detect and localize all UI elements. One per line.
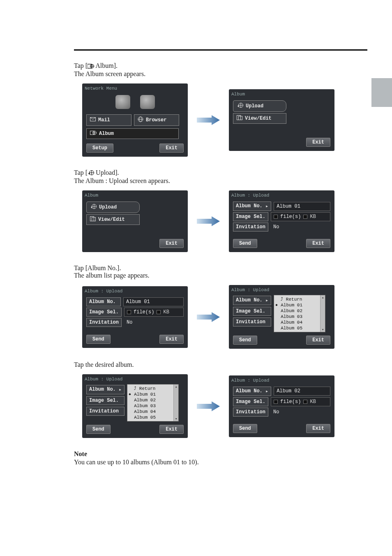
image-sel-button[interactable]: Image Sel. (233, 397, 268, 406)
invitation-button[interactable]: Invitation (86, 407, 125, 416)
list-item[interactable]: Album 05 (127, 415, 178, 420)
image-sel-button[interactable]: Image Sel. (233, 212, 268, 221)
image-sel-button[interactable]: Image Sel. (86, 396, 125, 405)
browser-button[interactable]: Browser (134, 114, 179, 126)
scrollbar[interactable]: ▴▾ (320, 295, 325, 332)
exit-button[interactable]: Exit (159, 425, 184, 434)
send-button[interactable]: Send (233, 424, 257, 433)
album-no-value: Album 01 (123, 297, 184, 306)
album-no-value: Album 02 (274, 387, 330, 396)
send-button[interactable]: Send (233, 336, 257, 345)
kb-label: KB (163, 309, 169, 315)
album-no-button[interactable]: Album No. ▸ (233, 387, 271, 396)
album-upload-screen-3: Album : Upload Album No. ▸ Album 02 Imag… (229, 375, 334, 437)
files-label: file(s) (134, 309, 154, 315)
step-3-block: Tap [Album No.]. The album list page app… (74, 264, 367, 279)
list-item[interactable]: Album 02 (274, 308, 325, 314)
exit-button[interactable]: Exit (306, 239, 330, 248)
list-item[interactable]: Album 01 (127, 392, 178, 397)
step-1-desc: The Album screen appears. (74, 70, 367, 78)
count-box-icon (127, 310, 131, 314)
svg-marker-28 (197, 401, 220, 411)
arrow-icon (196, 114, 221, 126)
album-no-button[interactable]: Album No. ▸ (233, 202, 271, 211)
list-item[interactable]: Album 03 (127, 403, 178, 409)
screen-title: Album : Upload (231, 378, 332, 383)
album-no-button[interactable]: Album No. (86, 297, 121, 306)
list-item[interactable]: Album 04 (127, 409, 178, 415)
count-box-icon (274, 400, 278, 404)
note-text: You can use up to 10 albums (Album 01 to… (74, 459, 367, 466)
invitation-button[interactable]: Invitation (86, 318, 122, 327)
invitation-value: No (271, 223, 281, 231)
invitation-value: No (271, 408, 281, 416)
side-tab (371, 78, 392, 107)
exit-button[interactable]: Exit (306, 336, 330, 345)
dropdown-return[interactable]: ⤴ Return (274, 296, 325, 302)
size-box-icon (157, 310, 161, 314)
exit-button[interactable]: Exit (159, 335, 184, 344)
send-button[interactable]: Send (86, 335, 111, 344)
list-item[interactable]: Album 02 (127, 397, 178, 403)
viewedit-menu-item[interactable]: View/Edit (86, 214, 140, 225)
invitation-button[interactable]: Invitation (233, 222, 268, 232)
album-button-selected[interactable]: Album (86, 128, 179, 139)
album-icon (88, 63, 94, 70)
count-box-icon (274, 215, 278, 219)
list-item[interactable]: Album 03 (274, 314, 325, 320)
album-upload-screen-2: Album : Upload Album No. Album 01 Image … (82, 286, 188, 348)
screen-title: Album : Upload (231, 287, 332, 292)
upload-menu-item[interactable]: Upload (86, 202, 140, 213)
arrow-icon (196, 311, 221, 323)
screen-title: Network Menu (85, 86, 185, 91)
album-list-screen-2: Album : Upload Album No. ▸ Image Sel. In… (82, 374, 188, 438)
upload-label: Upload (99, 204, 117, 210)
scrollbar[interactable]: ▴▾ (173, 385, 178, 421)
dropdown-return[interactable]: ⤴ Return (127, 385, 178, 392)
svg-marker-27 (197, 312, 220, 322)
invitation-button[interactable]: Invitation (233, 317, 271, 327)
step-2-screens: Album Upload View/Edit Exit Album : Uplo… (82, 190, 367, 252)
image-sel-button[interactable]: Image Sel. (233, 307, 271, 316)
step-1-label: Tap [ Album]. (74, 62, 367, 70)
viewedit-menu-item[interactable]: View/Edit (233, 113, 286, 124)
size-box-icon (303, 400, 307, 404)
exit-button[interactable]: Exit (159, 239, 184, 248)
list-item[interactable]: Album 05 (274, 325, 325, 331)
send-button[interactable]: Send (233, 239, 257, 248)
upload-icon (88, 170, 94, 177)
kb-label: KB (310, 214, 316, 220)
list-item[interactable]: Album 04 (274, 320, 325, 325)
viewedit-icon (237, 115, 242, 122)
album-no-button[interactable]: Album No. ▸ (233, 296, 271, 305)
album-icon (90, 130, 97, 137)
step-3-label: Tap [Album No.]. (74, 264, 367, 272)
album-dropdown[interactable]: ⤴ Return Album 01 Album 02 Album 03 Albu… (127, 384, 179, 422)
upload-icon (90, 204, 97, 211)
mail-button[interactable]: Mail (86, 114, 131, 126)
exit-button[interactable]: Exit (159, 144, 184, 153)
album-dropdown[interactable]: ⤴ Return Album 01 Album 02 Album 03 Albu… (274, 295, 325, 332)
screen-title: Album : Upload (231, 193, 332, 198)
send-button[interactable]: Send (86, 425, 111, 434)
list-item[interactable]: Album 01 (274, 302, 325, 308)
image-sel-button[interactable]: Image Sel. (86, 308, 122, 317)
album-screen-2: Album Upload View/Edit Exit (82, 190, 188, 252)
image-sel-value: file(s) KB (124, 308, 184, 317)
screen-title: Album : Upload (85, 377, 185, 382)
network-menu-screen: Network Menu Mail Browser (82, 83, 188, 157)
exit-button[interactable]: Exit (306, 424, 330, 433)
page-divider (74, 49, 367, 51)
step-2-label: Tap [ Upload]. (74, 169, 367, 177)
note-label: Note (74, 450, 367, 458)
step-4-block: Tap the desired album. (74, 361, 367, 368)
invitation-button[interactable]: Invitation (233, 408, 268, 417)
exit-button[interactable]: Exit (306, 138, 330, 147)
upload-menu-item[interactable]: Upload (233, 100, 286, 112)
arrow-icon (196, 401, 221, 412)
setup-button[interactable]: Setup (86, 144, 113, 153)
step-2-block: Tap [ Upload]. The Album : Upload screen… (74, 169, 367, 185)
album-no-button[interactable]: Album No. ▸ (86, 385, 125, 394)
upload-icon (237, 102, 243, 110)
album-screen: Album Upload View/Edit Exit (229, 89, 334, 151)
